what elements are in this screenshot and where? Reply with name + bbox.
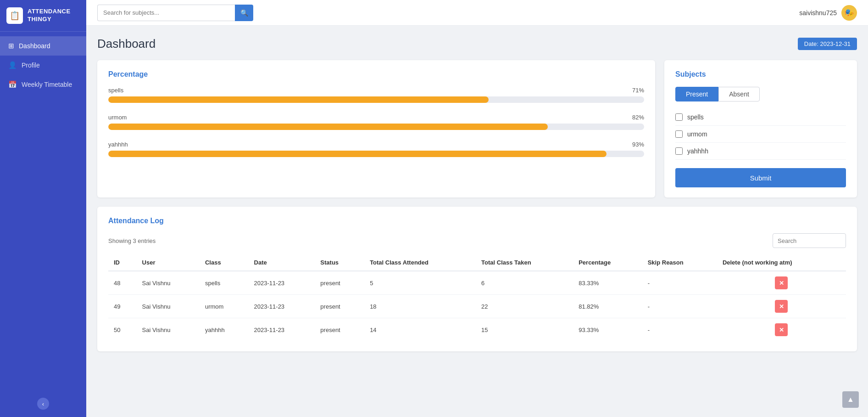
col-class: Class: [200, 254, 249, 271]
cell-percentage: 83.33%: [573, 271, 642, 295]
sidebar-item-label: Weekly Timetable: [22, 81, 72, 88]
sidebar-logo: 📋 ATTENDANCE THINGY: [0, 0, 86, 32]
subject-row-spells: spells: [675, 109, 846, 126]
tab-absent[interactable]: Absent: [718, 87, 760, 101]
search-icon: 🔍: [240, 9, 248, 17]
percent-value: 82%: [632, 114, 644, 121]
percent-label: yahhhh: [108, 141, 128, 148]
topbar-right: saivishnu725 🎭: [799, 5, 857, 21]
cell-delete: ✕: [717, 295, 846, 318]
percent-bar-bg: [108, 124, 644, 130]
percent-bar-fill: [108, 151, 606, 157]
subject-list: spells urmom yahhhh: [675, 109, 846, 160]
percent-value: 71%: [632, 87, 644, 94]
subject-row-urmom: urmom: [675, 126, 846, 143]
percentage-card: Percentage spells 71% urmom 82%: [97, 60, 655, 197]
col-id: ID: [108, 254, 137, 271]
col-user: User: [137, 254, 200, 271]
subject-checkbox-yahhhh[interactable]: [675, 147, 683, 155]
subjects-card: Subjects Present Absent spells urmom: [664, 60, 857, 197]
cell-skip: -: [642, 318, 717, 342]
table-row: 49 Sai Vishnu urmom 2023-11-23 present 1…: [108, 295, 846, 318]
search-wrap: 🔍: [97, 5, 253, 21]
cell-class: yahhhh: [200, 318, 249, 342]
main-area: 🔍 saivishnu725 🎭 Dashboard Date: 2023-12…: [86, 0, 868, 417]
cell-attended: 5: [364, 271, 476, 295]
cell-date: 2023-11-23: [249, 318, 315, 342]
sidebar-item-dashboard[interactable]: ⊞ Dashboard: [0, 36, 86, 56]
scroll-top-button[interactable]: ▲: [842, 391, 859, 408]
delete-button[interactable]: ✕: [775, 323, 788, 336]
cell-user: Sai Vishnu: [137, 318, 200, 342]
percent-value: 93%: [632, 141, 644, 148]
percent-row-urmom: urmom 82%: [108, 114, 644, 130]
col-delete: Delete (not working atm): [717, 254, 846, 271]
col-attended: Total Class Attended: [364, 254, 476, 271]
percent-label: spells: [108, 87, 123, 94]
topbar: 🔍 saivishnu725 🎭: [86, 0, 868, 26]
percent-bar-bg: [108, 96, 644, 103]
subject-label-urmom: urmom: [687, 130, 707, 138]
cell-class: urmom: [200, 295, 249, 318]
sidebar-nav: ⊞ Dashboard 👤 Profile 📅 Weekly Timetable: [0, 32, 86, 398]
date-badge: Date: 2023-12-31: [798, 38, 857, 50]
subject-label-spells: spells: [687, 113, 704, 121]
cell-skip: -: [642, 295, 717, 318]
percent-row-spells: spells 71%: [108, 87, 644, 103]
table-header-row: ID User Class Date Status Total Class At…: [108, 254, 846, 271]
app-name: ATTENDANCE THINGY: [28, 8, 71, 23]
sidebar-item-profile[interactable]: 👤 Profile: [0, 56, 86, 75]
cell-class: spells: [200, 271, 249, 295]
submit-button[interactable]: Submit: [675, 168, 846, 187]
sidebar-collapse-button[interactable]: ‹: [37, 398, 49, 410]
tab-present[interactable]: Present: [675, 87, 718, 101]
log-search-input[interactable]: [773, 233, 846, 248]
cell-skip: -: [642, 271, 717, 295]
dashboard-grid: Percentage spells 71% urmom 82%: [97, 60, 857, 197]
cell-attended: 18: [364, 295, 476, 318]
search-button[interactable]: 🔍: [235, 5, 253, 21]
profile-icon: 👤: [8, 61, 17, 69]
calendar-icon: 📅: [8, 80, 17, 89]
cell-attended: 14: [364, 318, 476, 342]
attendance-log-card: Attendance Log Showing 3 entries ID User…: [97, 207, 857, 351]
avatar: 🎭: [841, 5, 857, 21]
logo-icon: 📋: [6, 7, 23, 24]
cell-status: present: [315, 318, 364, 342]
search-input[interactable]: [97, 5, 235, 21]
sidebar-item-label: Profile: [22, 62, 40, 69]
cell-percentage: 93.33%: [573, 318, 642, 342]
sidebar-item-label: Dashboard: [19, 42, 50, 50]
delete-button[interactable]: ✕: [775, 276, 788, 289]
col-status: Status: [315, 254, 364, 271]
attendance-table: ID User Class Date Status Total Class At…: [108, 254, 846, 341]
sidebar: 📋 ATTENDANCE THINGY ⊞ Dashboard 👤 Profil…: [0, 0, 86, 417]
subject-checkbox-spells[interactable]: [675, 113, 683, 121]
cell-user: Sai Vishnu: [137, 295, 200, 318]
username-label: saivishnu725: [799, 9, 837, 17]
cell-delete: ✕: [717, 271, 846, 295]
page-title: Dashboard: [97, 37, 156, 51]
attendance-log-title: Attendance Log: [108, 217, 846, 225]
cell-status: present: [315, 295, 364, 318]
subject-row-yahhhh: yahhhh: [675, 143, 846, 160]
cell-date: 2023-11-23: [249, 271, 315, 295]
cell-delete: ✕: [717, 318, 846, 342]
table-row: 48 Sai Vishnu spells 2023-11-23 present …: [108, 271, 846, 295]
col-date: Date: [249, 254, 315, 271]
sidebar-item-weekly-timetable[interactable]: 📅 Weekly Timetable: [0, 75, 86, 94]
delete-button[interactable]: ✕: [775, 300, 788, 313]
content-area: Dashboard Date: 2023-12-31 Percentage sp…: [86, 26, 868, 417]
dashboard-icon: ⊞: [8, 42, 14, 50]
percent-row-yahhhh: yahhhh 93%: [108, 141, 644, 157]
cell-id: 50: [108, 318, 137, 342]
cell-id: 49: [108, 295, 137, 318]
col-skip: Skip Reason: [642, 254, 717, 271]
subjects-card-title: Subjects: [675, 70, 846, 79]
log-header: Showing 3 entries: [108, 233, 846, 248]
entries-count: Showing 3 entries: [108, 237, 156, 244]
table-row: 50 Sai Vishnu yahhhh 2023-11-23 present …: [108, 318, 846, 342]
subject-checkbox-urmom[interactable]: [675, 130, 683, 138]
cell-taken: 6: [476, 271, 573, 295]
cell-date: 2023-11-23: [249, 295, 315, 318]
